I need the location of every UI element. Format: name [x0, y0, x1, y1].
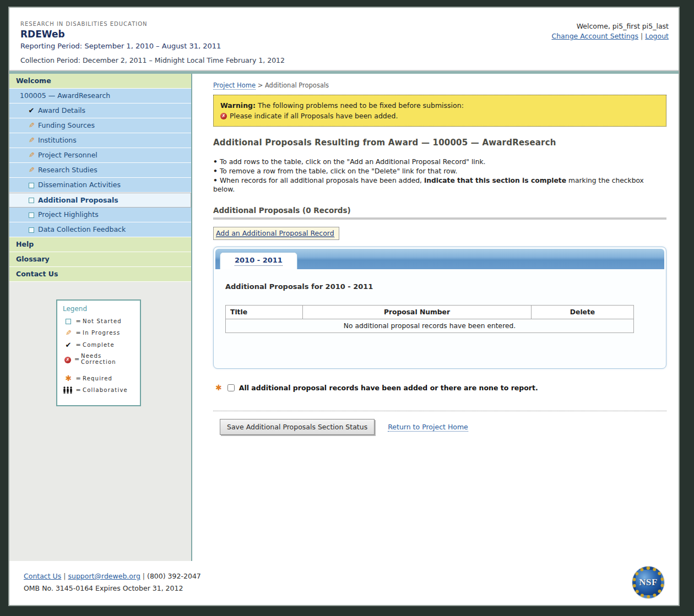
in-progress-icon: ✎ — [29, 148, 35, 162]
legend-row-not-started: = Not Started — [63, 317, 134, 325]
not-started-icon — [29, 212, 34, 218]
link-separator: | — [641, 32, 643, 40]
account-links: Change Account Settings | Logout — [551, 32, 669, 40]
site-eyebrow: RESEARCH IN DISABILITIES EDUCATION — [20, 21, 285, 27]
instruction-line: •When records for all additional proposa… — [213, 176, 666, 194]
proposals-table: Title Proposal Number Delete No addition… — [225, 305, 634, 333]
nsf-logo: NSF — [632, 566, 664, 598]
required-icon: ✱ — [63, 374, 74, 383]
section-divider — [213, 411, 666, 411]
sidebar-item-research-studies[interactable]: ✎ Research Studies — [9, 163, 191, 178]
main-content: Project Home > Additional Proposals Warn… — [192, 74, 679, 561]
panel-title: Additional Proposals for 2010 - 2011 — [225, 282, 654, 291]
page-title: Additional Proposals Resulting from Awar… — [213, 138, 666, 148]
sidebar-item-award[interactable]: 100005 — AwardResearch — [9, 89, 191, 103]
column-header-proposal-number: Proposal Number — [303, 306, 532, 319]
page-window: RESEARCH IN DISABILITIES EDUCATION RDEWe… — [8, 7, 680, 606]
legend-row-in-progress: ✎ = In Progress — [63, 329, 134, 337]
breadcrumb: Project Home > Additional Proposals — [213, 81, 666, 89]
sidebar-item-additional-proposals[interactable]: Additional Proposals — [9, 193, 191, 208]
sidebar-item-award-details[interactable]: ✔ Award Details — [9, 103, 191, 118]
add-proposal-record-link[interactable]: Add an Additional Proposal Record — [216, 229, 334, 238]
return-to-project-home-link[interactable]: Return to Project Home — [388, 423, 468, 432]
warning-title: Warning: — [220, 101, 256, 110]
footer-omb: OMB No. 3145-0164 Expires October 31, 20… — [24, 582, 201, 595]
header: RESEARCH IN DISABILITIES EDUCATION RDEWe… — [9, 8, 679, 70]
not-started-icon — [29, 183, 34, 188]
sidebar-item-institutions[interactable]: ✎ Institutions — [9, 133, 191, 148]
breadcrumb-current: Additional Proposals — [265, 81, 329, 89]
instruction-line: •To add rows to the table, click on the … — [213, 157, 666, 166]
add-proposal-record-button[interactable]: Add an Additional Proposal Record — [213, 227, 339, 240]
legend-row-complete: ✔ = Complete — [63, 341, 134, 349]
not-started-icon — [29, 227, 34, 233]
sidebar-item-project-highlights[interactable]: Project Highlights — [9, 208, 191, 222]
reporting-period: Reporting Period: September 1, 2010 – Au… — [20, 42, 285, 50]
tab-bar: 2010 - 2011 — [215, 249, 664, 269]
in-progress-icon: ✎ — [29, 163, 35, 177]
collaborative-icon — [63, 386, 74, 394]
collection-period: Collection Period: December 2, 2011 – Mi… — [20, 56, 285, 64]
confirm-row: ✱ All additional proposal records have b… — [215, 383, 666, 392]
legend-row-required: ✱ = Required — [63, 374, 134, 383]
welcome-user: Welcome, pi5_first pi5_last — [551, 22, 669, 30]
column-header-delete: Delete — [532, 306, 634, 319]
warning-item-text: Please indicate if all Proposals have be… — [230, 111, 398, 121]
legend-row-collaborative: = Collaborative — [63, 386, 134, 394]
column-header-title: Title — [226, 306, 303, 319]
in-progress-icon: ✎ — [29, 133, 35, 148]
sidebar-item-funding-sources[interactable]: ✎ Funding Sources — [9, 118, 191, 133]
records-section-heading: Additional Proposals (0 Records) — [213, 206, 666, 215]
not-started-icon — [29, 198, 34, 203]
footer-contact-line: Contact Us | support@rdeweb.org | (800) … — [24, 570, 201, 582]
sidebar-item-project-personnel[interactable]: ✎ Project Personnel — [9, 148, 191, 163]
sidebar-item-data-collection-feedback[interactable]: Data Collection Feedback — [9, 222, 191, 237]
sidebar-item-contact-us[interactable]: Contact Us — [9, 267, 191, 282]
in-progress-icon: ✎ — [66, 329, 72, 337]
logout-link[interactable]: Logout — [645, 32, 669, 40]
confirm-label: All additional proposal records have bee… — [239, 384, 538, 392]
footer-contact-us-link[interactable]: Contact Us — [24, 572, 61, 580]
sidebar-item-dissemination-activities[interactable]: Dissemination Activities — [9, 178, 191, 193]
change-account-settings-link[interactable]: Change Account Settings — [551, 32, 638, 40]
sidebar-item-welcome[interactable]: Welcome — [9, 74, 191, 89]
instructions: •To add rows to the table, click on the … — [213, 157, 666, 194]
table-row: No additional proposal records have been… — [226, 319, 634, 333]
proposals-tab-panel: 2010 - 2011 Additional Proposals for 201… — [213, 247, 666, 369]
save-section-status-button[interactable]: Save Additional Proposals Section Status — [220, 419, 375, 435]
complete-icon: ✔ — [63, 341, 74, 349]
header-separator — [9, 70, 679, 74]
legend-title: Legend — [63, 305, 134, 313]
footer-phone: (800) 392-2047 — [147, 572, 201, 580]
required-icon: ✱ — [215, 383, 222, 392]
warning-banner: Warning: The following problems need to … — [213, 95, 666, 127]
instruction-line: •To remove a row from the table, click o… — [213, 167, 666, 176]
sidebar-item-glossary[interactable]: Glossary — [9, 252, 191, 267]
not-started-icon — [66, 319, 71, 324]
footer: Contact Us | support@rdeweb.org | (800) … — [9, 561, 679, 605]
warning-text: The following problems need to be fixed … — [256, 101, 464, 110]
in-progress-icon: ✎ — [29, 118, 35, 133]
breadcrumb-project-home-link[interactable]: Project Home — [213, 81, 256, 90]
app-title: RDEWeb — [20, 29, 285, 40]
needs-correction-icon: ✗ — [64, 357, 71, 363]
tab-2010-2011[interactable]: 2010 - 2011 — [220, 252, 297, 269]
footer-email-link[interactable]: support@rdeweb.org — [68, 572, 140, 580]
needs-correction-icon: ✗ — [220, 113, 227, 119]
complete-icon: ✔ — [26, 103, 36, 118]
empty-table-message: No additional proposal records have been… — [226, 319, 634, 333]
legend-box: Legend = Not Started ✎ = In Progress ✔ = — [56, 299, 141, 406]
heading-underline — [213, 217, 666, 220]
actions: Save Additional Proposals Section Status… — [220, 419, 666, 435]
legend-row-needs-correction: ✗ = Needs Correction — [63, 353, 134, 365]
sidebar: Welcome 100005 — AwardResearch ✔ Award D… — [9, 74, 191, 561]
all-proposals-added-checkbox[interactable] — [227, 384, 235, 391]
sidebar-item-help[interactable]: Help — [9, 237, 191, 252]
